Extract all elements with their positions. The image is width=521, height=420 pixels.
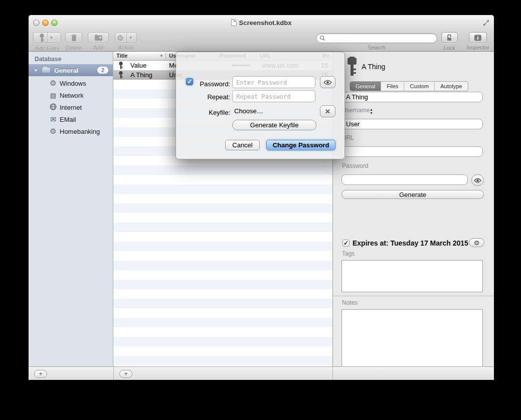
tab-files[interactable]: Files (381, 82, 404, 91)
gear-icon: ⚙ (50, 127, 56, 135)
table-stripe (113, 251, 332, 261)
table-stripe (113, 213, 332, 223)
search-input[interactable] (325, 35, 426, 42)
disclosure-triangle-icon[interactable]: ▼ (34, 68, 38, 73)
table-stripe (113, 299, 332, 308)
change-password-label: Change Password (273, 141, 329, 149)
change-password-button[interactable]: Change Password (266, 140, 335, 150)
dialog-reveal-password-button[interactable] (320, 76, 335, 88)
tab-autotype[interactable]: Autotype (435, 82, 467, 91)
lock-group: Lock (441, 32, 458, 51)
toolbar-button-label: Delete (65, 45, 82, 51)
table-stripe (113, 194, 332, 203)
lock-button[interactable] (441, 32, 458, 43)
table-stripe (113, 289, 332, 299)
table-stripe (113, 232, 332, 242)
network-icon: ▤ (50, 92, 56, 99)
dialog-keyfile-label: Keyfile: (186, 109, 230, 116)
repeat-password-input[interactable] (232, 90, 315, 102)
table-stripe (113, 318, 332, 327)
delete-button[interactable] (65, 32, 82, 43)
tab-general[interactable]: General (350, 82, 381, 91)
inspector-label: Inspector (464, 45, 492, 51)
table-stripe (113, 337, 332, 346)
column-divider (165, 53, 166, 59)
fullscreen-icon[interactable] (482, 19, 490, 27)
sidebar-group-label: General (54, 67, 78, 74)
table-stripe (113, 280, 332, 289)
inspector-panel: A Thing GeneralFilesCustomAutotype Usern… (332, 52, 494, 366)
sidebar-item-internet[interactable]: Internet (29, 101, 113, 113)
clear-keyfile-button[interactable]: ✕ (320, 105, 335, 117)
sidebar-item-windows[interactable]: ⚙Windows (29, 77, 113, 89)
document-icon (231, 19, 237, 26)
tags-label: Tags (342, 250, 355, 257)
keyfile-popup[interactable]: Choose… ▲▼ (234, 105, 318, 117)
url-field[interactable] (341, 146, 483, 157)
expires-checkbox[interactable]: ✓ (342, 240, 350, 247)
folder-plus-icon (94, 35, 103, 41)
table-stripe (113, 261, 332, 270)
close-icon: ✕ (325, 108, 330, 115)
expires-label: Expires at: Tuesday 17 March 2015 (353, 239, 468, 247)
password-field[interactable] (341, 174, 468, 185)
toolbar-group-delete: Delete (65, 32, 82, 51)
tags-box[interactable] (341, 260, 483, 292)
column-header-title[interactable]: Title (116, 52, 166, 60)
lock-label: Lock (441, 45, 458, 51)
stepper-arrows-icon: ▲▼ (370, 108, 373, 115)
tab-custom[interactable]: Custom (404, 82, 435, 91)
sidebar-item-label: Network (60, 92, 84, 99)
add-group-button[interactable] (88, 32, 109, 43)
toolbar-button-label: Action (115, 45, 137, 51)
gear-icon: ⚙ (117, 34, 123, 42)
generate-password-button[interactable]: Generate (341, 190, 484, 199)
envelope-icon: ✉ (50, 115, 56, 123)
reveal-password-button[interactable] (471, 174, 484, 186)
add-group-plus-button[interactable]: + (34, 370, 47, 378)
generate-keyfile-label: Generate Keyfile (250, 121, 299, 129)
sidebar-item-network[interactable]: ▤Network (29, 89, 113, 101)
toolbar-button-label: Add Entry (33, 46, 61, 52)
divider (113, 367, 114, 380)
gear-icon: ⚙ (50, 79, 56, 87)
expires-options-button[interactable]: ⚙ (469, 238, 484, 247)
expires-row: ✓ Expires at: Tuesday 17 March 2015 (342, 239, 468, 247)
app-window: Screenshot.kdbx ▼Add EntryDeleteAdd Grou… (29, 15, 494, 380)
sidebar: Database ▼ General 2 ⚙Windows▤NetworkInt… (29, 52, 113, 366)
inspector-button[interactable]: i (469, 32, 487, 43)
table-stripe (113, 165, 332, 175)
sidebar-group-general[interactable]: ▼ General 2 (29, 64, 113, 76)
cell-title: Value (130, 61, 146, 70)
cancel-label: Cancel (232, 141, 252, 149)
title-field[interactable] (341, 92, 483, 102)
generate-keyfile-button[interactable]: Generate Keyfile (232, 120, 316, 130)
enter-password-input[interactable] (232, 76, 315, 88)
search-label: Search (316, 45, 437, 51)
window-title: Screenshot.kdbx (29, 19, 494, 27)
sidebar-item-label: EMail (60, 116, 76, 123)
add-entry-button[interactable]: ▼ (33, 32, 61, 43)
change-password-dialog: ✓ Password: Repeat: Keyfile: Choose… ▲▼ … (176, 52, 345, 159)
trash-icon (71, 34, 77, 42)
globe-icon (50, 103, 57, 110)
search-field[interactable] (316, 33, 437, 43)
divider (333, 296, 494, 296)
sidebar-item-email[interactable]: ✉EMail (29, 113, 113, 125)
chevron-down-icon: ▼ (48, 36, 56, 40)
eye-icon (474, 178, 481, 183)
cancel-button[interactable]: Cancel (225, 140, 260, 150)
table-stripe (113, 203, 332, 213)
key-icon (118, 62, 123, 69)
sidebar-item-homebanking[interactable]: ⚙Homebanking (29, 125, 113, 137)
action-button[interactable]: ⚙▼ (115, 32, 137, 43)
table-stripe (113, 175, 332, 184)
window-chrome: Screenshot.kdbx ▼Add EntryDeleteAdd Grou… (29, 15, 494, 52)
key-icon (345, 57, 359, 77)
folder-icon (42, 67, 51, 73)
sidebar-section-header: Database (35, 56, 61, 63)
username-field[interactable] (341, 119, 483, 129)
svg-text:i: i (477, 35, 479, 41)
notes-label: Notes (342, 299, 358, 306)
add-entry-plus-button[interactable]: + (119, 370, 132, 378)
